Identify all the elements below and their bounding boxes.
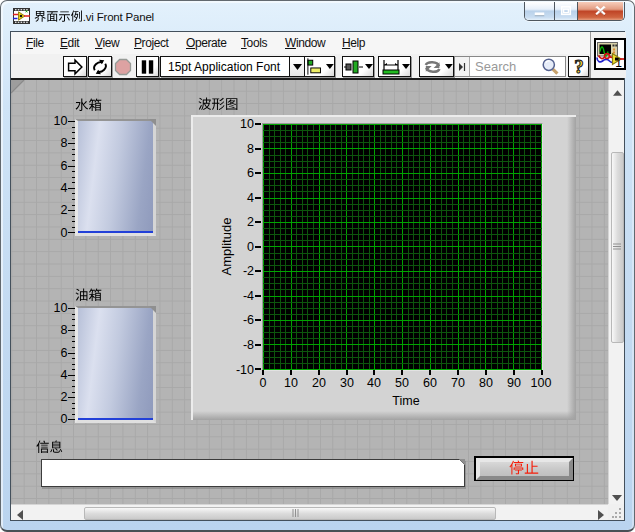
svg-text:?: ? xyxy=(574,57,584,77)
